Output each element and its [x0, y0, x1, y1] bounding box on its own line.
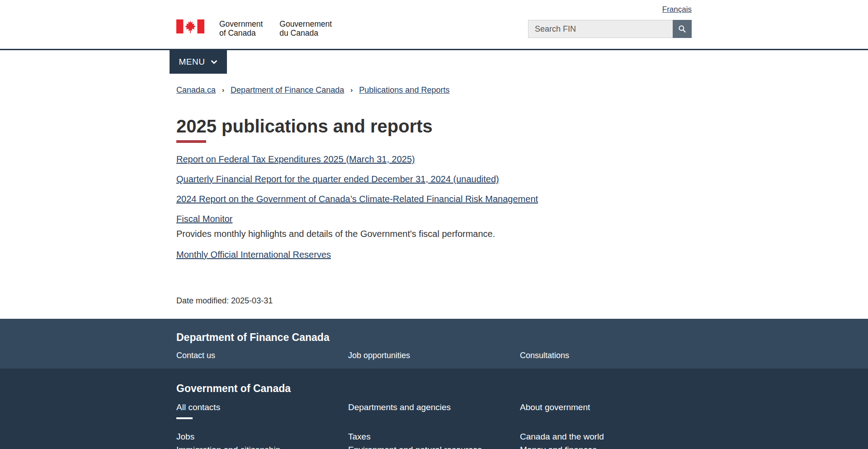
- date-modified-value: 2025-03-31: [231, 296, 273, 305]
- footer-contextual-title: Department of Finance Canada: [176, 331, 692, 343]
- breadcrumb-separator-icon: ›: [222, 86, 224, 94]
- breadcrumb: Canada.ca › Department of Finance Canada…: [176, 85, 692, 95]
- footer-link-canada-and-the-world[interactable]: Canada and the world: [520, 432, 692, 442]
- date-modified-label: Date modified:: [176, 296, 229, 305]
- footer-link-all-contacts[interactable]: All contacts: [176, 402, 348, 412]
- breadcrumb-link-canada-ca[interactable]: Canada.ca: [176, 85, 216, 95]
- footer-link-consultations[interactable]: Consultations: [520, 351, 692, 360]
- search-button[interactable]: [673, 20, 692, 38]
- search-input[interactable]: [528, 20, 673, 38]
- breadcrumb-link-publications-and-reports[interactable]: Publications and Reports: [359, 85, 449, 95]
- title-accent-bar: [176, 140, 206, 143]
- menu-button[interactable]: MENU: [170, 50, 227, 74]
- footer-link-jobs[interactable]: Jobs: [176, 432, 348, 442]
- site-footer: Department of Finance Canada Contact us …: [0, 319, 868, 449]
- search-box: [528, 20, 692, 38]
- breadcrumb-separator-icon: ›: [350, 86, 353, 94]
- footer-link-job-opportunities[interactable]: Job opportunities: [348, 351, 520, 360]
- footer-link-immigration-and-citizenship[interactable]: Immigration and citizenship: [176, 444, 348, 449]
- link-climate-risk-report[interactable]: 2024 Report on the Government of Canada’…: [176, 194, 538, 204]
- footer-divider: [176, 417, 193, 419]
- search-icon: [678, 24, 687, 33]
- footer-link-about-government[interactable]: About government: [520, 402, 692, 412]
- footer-link-environment-and-natural-resources[interactable]: Environment and natural resources: [348, 444, 520, 449]
- site-header: Government of Canada Gouvernement du Can…: [0, 0, 868, 49]
- publication-links: Report on Federal Tax Expenditures 2025 …: [176, 153, 692, 261]
- footer-main-band: Government of Canada All contacts Depart…: [0, 369, 868, 449]
- footer-link-departments-and-agencies[interactable]: Departments and agencies: [348, 402, 520, 412]
- canada-flag-icon: [176, 19, 204, 34]
- link-federal-tax-expenditures[interactable]: Report on Federal Tax Expenditures 2025 …: [176, 154, 415, 164]
- wordmark-english: Government of Canada: [219, 19, 263, 38]
- wordmark-french: Gouvernement du Canada: [279, 19, 332, 38]
- chevron-down-icon: [211, 59, 217, 66]
- header-right: Français: [528, 0, 692, 49]
- footer-link-taxes[interactable]: Taxes: [348, 432, 520, 442]
- link-quarterly-financial-report[interactable]: Quarterly Financial Report for the quart…: [176, 174, 499, 184]
- breadcrumb-link-department-of-finance[interactable]: Department of Finance Canada: [231, 85, 344, 95]
- footer-link-money-and-finances[interactable]: Money and finances: [520, 444, 692, 449]
- link-monthly-international-reserves[interactable]: Monthly Official International Reserves: [176, 250, 331, 260]
- footer-main-title: Government of Canada: [176, 382, 692, 395]
- footer-link-contact-us[interactable]: Contact us: [176, 351, 348, 360]
- wordmark: Government of Canada Gouvernement du Can…: [219, 19, 332, 38]
- main-menu-bar: MENU: [0, 49, 868, 74]
- government-of-canada-signature[interactable]: Government of Canada Gouvernement du Can…: [176, 19, 332, 49]
- page-title: 2025 publications and reports: [176, 116, 692, 137]
- date-modified: Date modified: 2025-03-31: [176, 296, 692, 306]
- footer-contextual-band: Department of Finance Canada Contact us …: [0, 319, 868, 369]
- language-toggle-link[interactable]: Français: [662, 5, 692, 14]
- fiscal-monitor-description: Provides monthly highlights and details …: [176, 228, 692, 240]
- menu-button-label: MENU: [179, 57, 205, 67]
- link-fiscal-monitor[interactable]: Fiscal Monitor: [176, 214, 232, 224]
- main-content: 2025 publications and reports Report on …: [176, 116, 692, 306]
